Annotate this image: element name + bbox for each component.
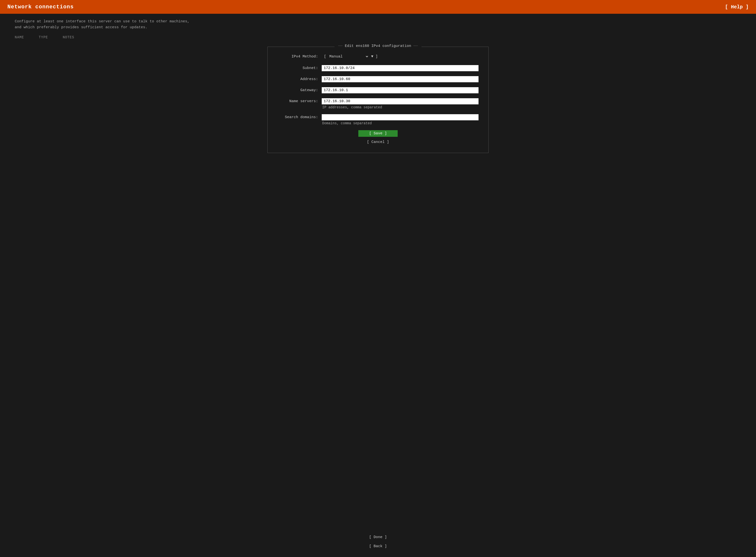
save-button[interactable]: [ Save ] xyxy=(358,130,398,137)
dialog-title: Edit ens160 IPv4 configuration xyxy=(335,44,421,48)
gateway-row: Gateway: xyxy=(278,87,478,93)
description-line1: Configure at least one interface this se… xyxy=(15,19,741,25)
action-buttons: [ Save ] [ Cancel ] xyxy=(278,130,478,145)
ipv4-method-label: IPv4 Method: xyxy=(278,55,322,59)
address-input[interactable] xyxy=(322,76,478,82)
ipv4-method-select[interactable]: Manual Automatic (DHCP) Disabled xyxy=(328,54,369,59)
gateway-field-group xyxy=(322,87,478,93)
name-servers-field-group: IP addresses, comma separated xyxy=(322,98,478,109)
col-notes: NOTES xyxy=(63,35,74,39)
header: Network connections [ Help ] xyxy=(0,0,756,14)
ipv4-method-row: IPv4 Method: [ Manual Automatic (DHCP) D… xyxy=(278,54,478,59)
search-domains-label: Search domains: xyxy=(278,114,322,119)
table-headers: NAME TYPE NOTES xyxy=(0,33,756,42)
bottom-buttons: [ Done ] [ Back ] xyxy=(0,527,756,557)
page-title: Network connections xyxy=(7,4,74,10)
dialog: Edit ens160 IPv4 configuration IPv4 Meth… xyxy=(268,47,488,153)
search-domains-hint: Domains, comma separated xyxy=(322,121,478,125)
gateway-label: Gateway: xyxy=(278,87,322,92)
col-type: TYPE xyxy=(39,35,48,39)
subnet-row: Subnet: xyxy=(278,65,478,71)
search-domains-field-group: Domains, comma separated xyxy=(322,114,478,125)
back-button[interactable]: [ Back ] xyxy=(356,543,400,550)
search-domains-input[interactable] xyxy=(322,114,478,120)
name-servers-label: Name servers: xyxy=(278,98,322,104)
gateway-input[interactable] xyxy=(322,87,478,93)
help-button[interactable]: [ Help ] xyxy=(725,4,749,10)
description: Configure at least one interface this se… xyxy=(0,14,756,33)
subnet-label: Subnet: xyxy=(278,65,322,70)
subnet-field-group xyxy=(322,65,478,71)
search-domains-row: Search domains: Domains, comma separated xyxy=(278,114,478,125)
address-field-group xyxy=(322,76,478,82)
cancel-button[interactable]: [ Cancel ] xyxy=(358,139,398,145)
name-servers-input[interactable] xyxy=(322,98,478,105)
address-row: Address: xyxy=(278,76,478,82)
name-servers-row: Name servers: IP addresses, comma separa… xyxy=(278,98,478,109)
description-line2: and which preferably provides sufficient… xyxy=(15,25,741,30)
col-name: NAME xyxy=(15,35,24,39)
name-servers-hint: IP addresses, comma separated xyxy=(322,105,478,109)
done-button[interactable]: [ Done ] xyxy=(356,534,400,540)
main-content: Edit ens160 IPv4 configuration IPv4 Meth… xyxy=(0,42,756,527)
address-label: Address: xyxy=(278,76,322,81)
subnet-input[interactable] xyxy=(322,65,478,71)
